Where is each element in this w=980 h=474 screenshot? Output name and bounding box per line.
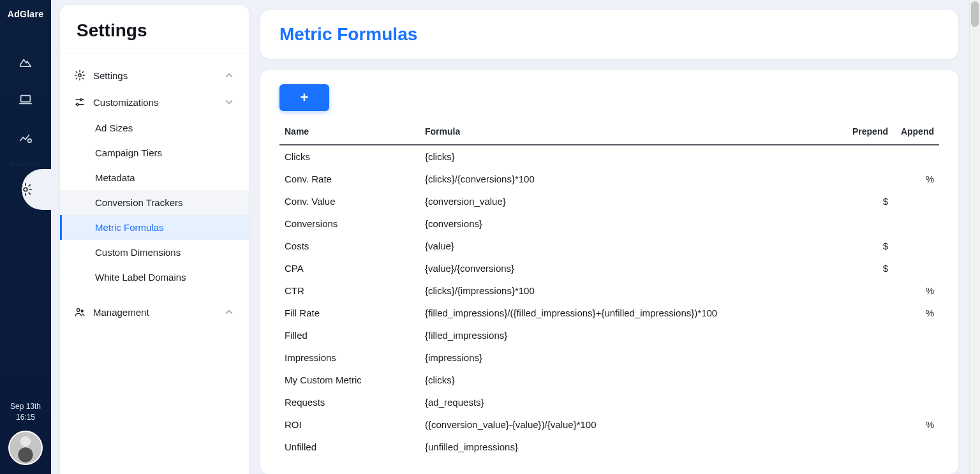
cell-name: CPA: [279, 257, 420, 279]
table-row[interactable]: Impressions{impressions}: [279, 346, 939, 369]
analytics-icon: [19, 131, 33, 145]
rail-time: 16:15: [8, 412, 43, 423]
table-row[interactable]: My Custom Metric{clicks}: [279, 369, 939, 391]
cell-name: Conv. Rate: [279, 168, 420, 190]
nav-group-settings[interactable]: Settings: [60, 62, 249, 89]
col-append[interactable]: Append: [893, 120, 939, 145]
rail-divider: [10, 165, 41, 165]
cell-append: [893, 190, 939, 212]
table-row[interactable]: Costs{value}$: [279, 235, 939, 257]
cell-append: %: [893, 302, 939, 324]
brand-name: AdGlare: [8, 9, 44, 19]
table-row[interactable]: Clicks{clicks}: [279, 145, 939, 168]
cell-name: Clicks: [279, 145, 420, 168]
svg-point-3: [78, 74, 82, 77]
nav-analytics[interactable]: [10, 122, 41, 153]
cell-prepend: [842, 324, 893, 346]
cell-name: ROI: [279, 413, 420, 436]
avatar[interactable]: [8, 431, 43, 465]
nav-display[interactable]: [10, 84, 41, 115]
chevron-down-icon: [223, 96, 235, 108]
panel-nav: Settings Customizations Ad Sizes Campaig…: [60, 54, 249, 333]
svg-rect-0: [21, 96, 31, 102]
nav-item-conversion-trackers[interactable]: Conversion Trackers: [60, 190, 249, 215]
cell-prepend: [842, 346, 893, 369]
table-row[interactable]: Unfilled{unfilled_impressions}: [279, 436, 939, 458]
table-row[interactable]: ROI({conversion_value}-{value})/{value}*…: [279, 413, 939, 436]
nav-group-customizations[interactable]: Customizations: [60, 89, 249, 115]
table-row[interactable]: CTR{clicks}/{impressions}*100%: [279, 279, 939, 302]
cell-name: Conversions: [279, 212, 420, 235]
cell-append: %: [893, 413, 939, 436]
nav-item-campaign-tiers[interactable]: Campaign Tiers: [60, 140, 249, 165]
nav-item-metadata[interactable]: Metadata: [60, 165, 249, 190]
add-button[interactable]: +: [279, 84, 329, 111]
nav-group-label: Customizations: [93, 97, 223, 108]
page-header: Metric Formulas: [260, 10, 958, 59]
nav-item-metric-formulas[interactable]: Metric Formulas: [60, 215, 249, 240]
nav-dashboard[interactable]: [10, 46, 41, 77]
formulas-table: Name Formula Prepend Append Clicks{click…: [279, 120, 939, 458]
cell-formula: ({conversion_value}-{value})/{value}*100: [420, 413, 842, 436]
nav-item-ad-sizes[interactable]: Ad Sizes: [60, 115, 249, 140]
laptop-icon: [19, 93, 33, 107]
cell-formula: {impressions}: [420, 346, 842, 369]
nav-sub-customizations: Ad Sizes Campaign Tiers Metadata Convers…: [60, 115, 249, 290]
cell-append: [893, 145, 939, 168]
table-row[interactable]: Conversions{conversions}: [279, 212, 939, 235]
nav-group-label: Settings: [93, 70, 223, 81]
cell-append: [893, 257, 939, 279]
main: Metric Formulas + Name Formula Prepend A…: [249, 0, 970, 474]
nav-rail: AdGlare Sep 13th: [0, 0, 51, 474]
table-row[interactable]: Fill Rate{filled_impressions}/({filled_i…: [279, 302, 939, 324]
nav-group-management[interactable]: Management: [60, 299, 249, 325]
svg-point-1: [28, 139, 31, 143]
cell-prepend: [842, 212, 893, 235]
cell-formula: {filled_impressions}/({filled_impression…: [420, 302, 842, 324]
cell-prepend: [842, 369, 893, 391]
table-row[interactable]: Conv. Value{conversion_value}$: [279, 190, 939, 212]
cell-name: Fill Rate: [279, 302, 420, 324]
cell-formula: {conversions}: [420, 212, 842, 235]
table-row[interactable]: Filled{filled_impressions}: [279, 324, 939, 346]
cell-prepend: [842, 279, 893, 302]
cell-name: Costs: [279, 235, 420, 257]
svg-point-2: [24, 188, 27, 191]
plus-icon: +: [301, 89, 309, 106]
cell-name: Unfilled: [279, 436, 420, 458]
cell-append: %: [893, 168, 939, 190]
cell-append: [893, 324, 939, 346]
nav-item-custom-dimensions[interactable]: Custom Dimensions: [60, 240, 249, 265]
cell-formula: {clicks}/{conversions}*100: [420, 168, 842, 190]
table-row[interactable]: Requests{ad_requests}: [279, 391, 939, 413]
cell-prepend: $: [842, 235, 893, 257]
col-name[interactable]: Name: [279, 120, 420, 145]
nav-item-white-label-domains[interactable]: White Label Domains: [60, 265, 249, 290]
cell-prepend: [842, 436, 893, 458]
col-prepend[interactable]: Prepend: [842, 120, 893, 145]
cell-append: [893, 235, 939, 257]
chevron-up-icon: [223, 306, 235, 318]
tune-icon: [74, 96, 85, 108]
cell-formula: {clicks}: [420, 145, 842, 168]
brand-logo[interactable]: AdGlare: [8, 9, 44, 19]
cell-prepend: $: [842, 257, 893, 279]
rail-footer: Sep 13th 16:15: [8, 401, 43, 474]
table-row[interactable]: Conv. Rate{clicks}/{conversions}*100%: [279, 168, 939, 190]
svg-point-6: [77, 309, 80, 312]
cell-append: [893, 391, 939, 413]
table-row[interactable]: CPA{value}/{conversions}$: [279, 257, 939, 279]
cell-prepend: [842, 413, 893, 436]
cell-name: CTR: [279, 279, 420, 302]
svg-point-4: [80, 99, 82, 101]
cell-name: Impressions: [279, 346, 420, 369]
col-formula[interactable]: Formula: [420, 120, 842, 145]
cell-name: My Custom Metric: [279, 369, 420, 391]
nav-settings[interactable]: [10, 174, 41, 205]
cell-prepend: [842, 145, 893, 168]
cell-formula: {conversion_value}: [420, 190, 842, 212]
cell-formula: {filled_impressions}: [420, 324, 842, 346]
cell-prepend: [842, 391, 893, 413]
gear-icon: [19, 182, 33, 196]
gear-icon: [74, 70, 85, 81]
